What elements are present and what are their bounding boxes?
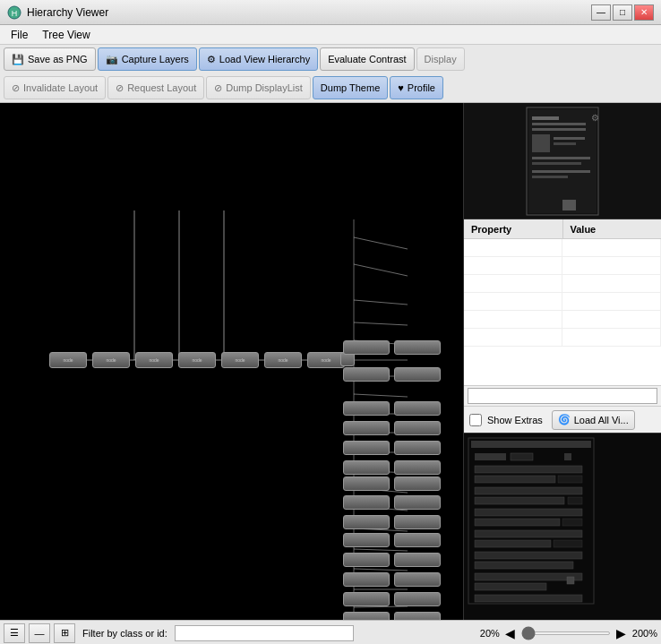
rnode-12b[interactable] [394,572,441,587]
properties-header: Property Value [464,219,661,239]
close-button[interactable]: ✕ [634,4,654,21]
zoom-min-label: 20% [480,628,500,639]
app-icon: H [7,5,21,20]
svg-rect-53 [568,497,582,504]
capture-icon: 📷 [106,54,118,65]
svg-text:⚙: ⚙ [591,113,599,123]
menu-file[interactable]: File [4,27,35,43]
hierarchy-icon: ⚙ [207,54,216,65]
rnode-6a[interactable] [343,460,390,475]
node-6[interactable]: node [264,352,302,368]
prop-row-empty-5 [464,311,661,329]
node-5[interactable]: node [221,352,259,368]
rnode-1b[interactable] [394,340,441,355]
rnode-3b[interactable] [394,401,441,416]
svg-line-10 [354,300,408,305]
svg-rect-46 [511,453,533,460]
tree-view-button[interactable]: — [29,623,50,643]
rnode-5a[interactable] [343,441,390,455]
zoom-slider[interactable] [521,631,611,635]
rnode-2b[interactable] [394,367,441,382]
rnode-9a[interactable] [343,515,390,529]
toolbar-row-1: 💾 Save as PNG 📷 Capture Layers ⚙ Load Vi… [0,45,661,73]
svg-line-11 [354,322,408,325]
toolbar: 💾 Save as PNG 📷 Capture Layers ⚙ Load Vi… [0,45,661,103]
profile-button[interactable]: ♥ Profile [390,76,443,99]
capture-layers-button[interactable]: 📷 Capture Layers [98,47,197,71]
svg-rect-55 [475,519,560,526]
rnode-13a[interactable] [343,592,390,606]
rnode-11a[interactable] [343,553,390,567]
node-3[interactable]: node [135,352,173,368]
rnode-5b[interactable] [394,441,441,455]
menu-tree-view[interactable]: Tree View [35,27,97,43]
tree-panel[interactable]: node node node node node node node [0,103,464,620]
zoom-right-button[interactable]: ▶ [614,626,629,640]
rnode-10a[interactable] [343,533,390,547]
rnode-12a[interactable] [343,572,390,587]
rnode-13b[interactable] [394,592,441,606]
load-view-hierarchy-button[interactable]: ⚙ Load View Hierarchy [199,47,318,71]
node-7[interactable]: node [307,352,345,368]
rnode-2a[interactable] [343,367,390,382]
maximize-button[interactable]: □ [613,4,632,21]
svg-rect-38 [532,162,581,165]
svg-rect-63 [475,583,546,590]
dump-displaylist-button[interactable]: ⊘ Dump DisplayList [206,76,311,99]
list-view-button[interactable]: ☰ [4,623,25,643]
rnode-8a[interactable] [343,495,390,510]
rnode-14b[interactable] [394,612,441,620]
show-extras-label: Show Extras [487,415,543,425]
rnode-6b[interactable] [394,460,441,475]
svg-line-26 [354,606,408,607]
load-all-views-button[interactable]: 🌀 Load All Vi... [552,410,635,430]
rnode-14a[interactable] [343,612,390,620]
invalidate-layout-button[interactable]: ⊘ Invalidate Layout [4,76,106,99]
filter-input[interactable] [175,625,354,641]
node-4[interactable]: node [178,352,216,368]
node-2[interactable]: node [92,352,130,368]
title-bar: H Hierarchy Viewer — □ ✕ [0,0,661,25]
zoom-left-button[interactable]: ◀ [503,626,518,640]
toolbar-row-2: ⊘ Invalidate Layout ⊘ Request Layout ⊘ D… [0,73,661,102]
svg-rect-32 [532,123,586,125]
svg-rect-61 [475,562,573,569]
save-png-button[interactable]: 💾 Save as PNG [4,47,96,71]
zoom-section: 20% ◀ ▶ 200% [480,626,657,640]
rnode-4a[interactable] [343,421,390,435]
rnode-7a[interactable] [343,477,390,491]
properties-body[interactable] [464,239,661,385]
svg-rect-57 [475,530,582,537]
minimize-button[interactable]: — [591,4,611,21]
request-layout-button[interactable]: ⊘ Request Layout [107,76,204,99]
svg-rect-45 [475,453,506,460]
dump-theme-button[interactable]: Dump Theme [313,76,388,99]
property-search-input[interactable] [468,388,657,404]
rnode-10b[interactable] [394,533,441,547]
save-icon: 💾 [12,54,24,65]
rnode-4b[interactable] [394,421,441,435]
rnode-9b[interactable] [394,515,441,529]
window-title: Hierarchy Viewer [27,6,591,19]
svg-rect-64 [567,577,574,584]
node-1[interactable]: node [49,352,87,368]
rnode-3a[interactable] [343,401,390,416]
load-all-icon: 🌀 [558,414,571,425]
rnode-7b[interactable] [394,477,441,491]
svg-line-15 [354,394,408,397]
display-button[interactable]: Display [416,47,465,71]
svg-rect-34 [532,134,550,152]
status-bar: ☰ — ⊞ Filter by class or id: 20% ◀ ▶ 200… [0,620,661,644]
svg-rect-33 [532,128,586,131]
rnode-1a[interactable] [343,340,390,355]
rnode-11b[interactable] [394,553,441,567]
grid-view-button[interactable]: ⊞ [54,623,75,643]
svg-rect-52 [475,497,564,504]
properties-area: Property Value [464,219,661,406]
svg-line-8 [354,237,408,249]
mini-preview [464,433,661,620]
evaluate-contrast-button[interactable]: Evaluate Contrast [320,47,414,71]
rnode-8b[interactable] [394,495,441,510]
svg-line-23 [354,549,408,551]
show-extras-checkbox[interactable] [469,414,482,426]
